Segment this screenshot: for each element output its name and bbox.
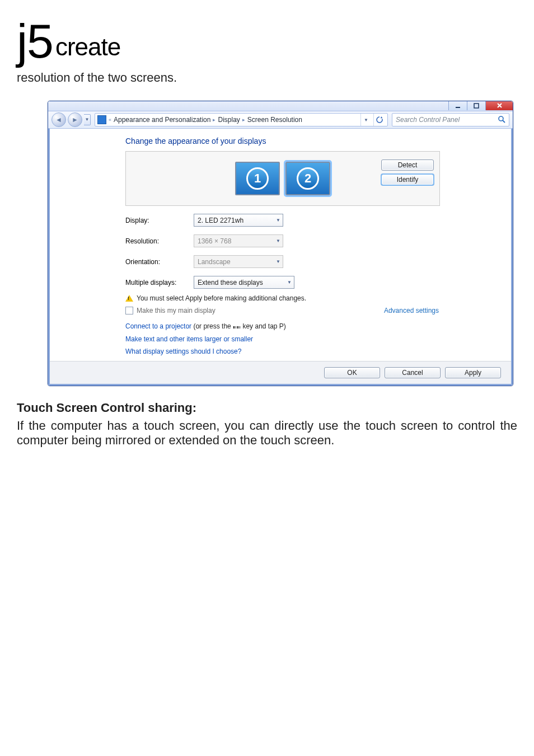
label-display: Display: bbox=[125, 217, 194, 224]
monitor-1-number: 1 bbox=[246, 167, 269, 190]
identify-button[interactable]: Identify bbox=[381, 174, 434, 185]
apply-warning: You must select Apply before making addi… bbox=[125, 294, 495, 302]
search-placeholder: Search Control Panel bbox=[396, 116, 460, 124]
warning-text: You must select Apply before making addi… bbox=[137, 294, 306, 302]
chevron-down-icon: ▼ bbox=[276, 238, 280, 243]
touch-heading: Touch Screen Control sharing: bbox=[17, 401, 517, 415]
svg-rect-0 bbox=[456, 107, 460, 108]
ok-button[interactable]: OK bbox=[324, 367, 380, 378]
multiple-displays-dropdown[interactable]: Extend these displays ▼ bbox=[194, 276, 294, 289]
apply-button[interactable]: Apply bbox=[445, 367, 501, 378]
chevron-down-icon: ▼ bbox=[276, 259, 280, 264]
brand-create: create bbox=[55, 35, 120, 59]
display-arrangement-stage[interactable]: 1 2 Detect Identify bbox=[125, 151, 440, 206]
projector-hint-c: key and tap P) bbox=[241, 322, 286, 330]
breadcrumb-item-screenres[interactable]: Screen Resolution bbox=[247, 116, 302, 124]
chevron-down-icon: ▼ bbox=[287, 280, 292, 285]
svg-line-3 bbox=[503, 120, 505, 123]
brand-j5: j5 bbox=[17, 17, 53, 65]
breadcrumb-sep: ▸ bbox=[213, 117, 216, 123]
resolution-value: 1366 × 768 bbox=[198, 237, 231, 245]
windows-key-icon bbox=[233, 324, 241, 331]
resolution-dropdown[interactable]: 1366 × 768 ▼ bbox=[194, 234, 283, 247]
label-orientation: Orientation: bbox=[125, 258, 194, 266]
intro-text: resolution of the two screens. bbox=[17, 71, 517, 85]
display-dropdown[interactable]: 2. LED 2271wh ▼ bbox=[194, 214, 283, 227]
cancel-button[interactable]: Cancel bbox=[385, 367, 441, 378]
svg-rect-1 bbox=[474, 104, 479, 108]
display-help-link[interactable]: What display settings should I choose? bbox=[125, 348, 495, 355]
window-content: Change the appearance of your displays 1… bbox=[50, 129, 511, 361]
projector-link-line: Connect to a projector (or press the key… bbox=[125, 322, 495, 331]
breadcrumb-back-chevron: « bbox=[109, 117, 111, 123]
address-dropdown-icon[interactable]: ▼ bbox=[360, 114, 371, 126]
display-value: 2. LED 2271wh bbox=[198, 217, 243, 224]
control-panel-icon bbox=[97, 115, 106, 124]
text-size-link[interactable]: Make text and other items larger or smal… bbox=[125, 335, 495, 343]
breadcrumb-sep: ▸ bbox=[242, 117, 245, 123]
window-minimize-button[interactable] bbox=[448, 101, 467, 110]
connect-projector-link[interactable]: Connect to a projector bbox=[125, 322, 191, 330]
monitor-2-number: 2 bbox=[297, 167, 319, 190]
detect-button[interactable]: Detect bbox=[381, 159, 434, 171]
breadcrumb-item-appearance[interactable]: Appearance and Personalization bbox=[114, 116, 210, 124]
nav-back-button[interactable]: ◄ bbox=[51, 112, 66, 127]
address-bar-row: ◄ ► ▼ « Appearance and Personalization ▸… bbox=[48, 111, 513, 129]
multiple-displays-value: Extend these displays bbox=[198, 279, 263, 287]
advanced-settings-link[interactable]: Advanced settings bbox=[384, 307, 439, 314]
projector-hint-a: (or press the bbox=[191, 322, 233, 330]
chevron-down-icon: ▼ bbox=[276, 218, 280, 223]
svg-point-2 bbox=[499, 116, 503, 121]
search-icon bbox=[498, 115, 505, 125]
window-titlebar[interactable] bbox=[48, 101, 513, 111]
nav-forward-button[interactable]: ► bbox=[68, 112, 82, 127]
brand-logo: j5 create bbox=[17, 17, 517, 65]
monitor-1[interactable]: 1 bbox=[235, 162, 280, 195]
screen-resolution-window: ◄ ► ▼ « Appearance and Personalization ▸… bbox=[48, 101, 513, 386]
make-main-label: Make this my main display bbox=[137, 307, 216, 314]
label-resolution: Resolution: bbox=[125, 237, 194, 245]
refresh-icon[interactable] bbox=[373, 114, 385, 126]
window-maximize-button[interactable] bbox=[467, 101, 485, 110]
search-input[interactable]: Search Control Panel bbox=[392, 113, 509, 126]
make-main-checkbox[interactable]: Make this my main display bbox=[125, 307, 216, 314]
orientation-dropdown[interactable]: Landscape ▼ bbox=[194, 255, 283, 268]
label-multiple-displays: Multiple displays: bbox=[125, 279, 194, 287]
breadcrumb-address[interactable]: « Appearance and Personalization ▸ Displ… bbox=[95, 113, 388, 126]
breadcrumb-item-display[interactable]: Display bbox=[218, 116, 240, 124]
window-close-button[interactable] bbox=[485, 101, 513, 110]
touch-body: If the computer has a touch screen, you … bbox=[17, 419, 517, 448]
dialog-button-row: OK Cancel Apply bbox=[50, 361, 511, 384]
warning-icon bbox=[125, 295, 133, 302]
page-heading: Change the appearance of your displays bbox=[125, 137, 495, 145]
checkbox-icon bbox=[125, 307, 133, 314]
orientation-value: Landscape bbox=[198, 258, 231, 266]
monitor-2[interactable]: 2 bbox=[285, 162, 330, 195]
nav-history-dropdown[interactable]: ▼ bbox=[84, 114, 91, 125]
